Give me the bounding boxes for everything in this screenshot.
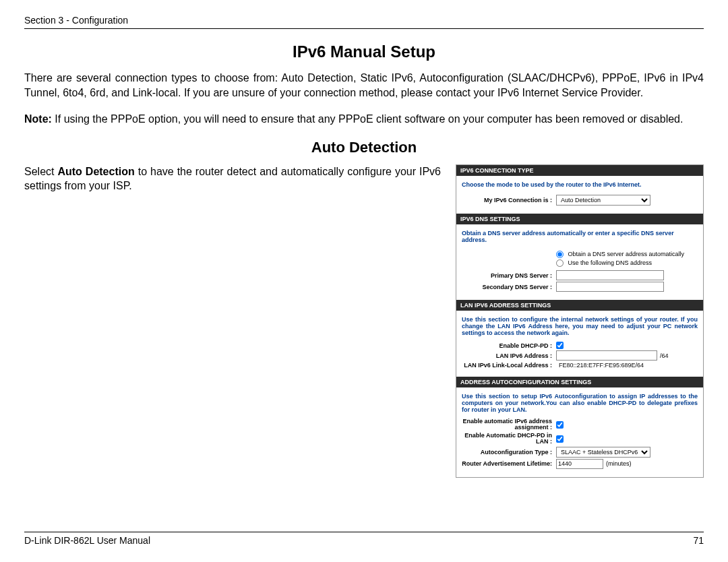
autoconf-desc: Use this section to setup IPv6 Autoconfi…	[462, 393, 698, 413]
note-paragraph: Note: If using the PPPoE option, you wil…	[24, 112, 704, 127]
lan-ipv6-addr-label: LAN IPv6 Address :	[462, 352, 556, 359]
page-footer: D-Link DIR-862L User Manual 71	[24, 532, 704, 546]
autoconf-header: ADDRESS AUTOCONFIGURATION SETTINGS	[456, 377, 703, 387]
enable-auto-ipv6-checkbox[interactable]	[556, 421, 564, 429]
router-adv-lifetime-input[interactable]	[556, 459, 603, 469]
auto-detection-heading: Auto Detection	[24, 139, 704, 156]
ipv6-connection-select[interactable]: Auto Detection	[556, 195, 650, 206]
secondary-dns-label: Secondary DNS Server :	[462, 284, 556, 290]
lan-linklocal-label: LAN IPv6 Link-Local Address :	[462, 362, 556, 369]
intro-paragraph: There are several connection types to ch…	[24, 71, 704, 100]
conn-type-desc: Choose the mode to be used by the router…	[462, 181, 698, 188]
lan-desc: Use this section to configure the intern…	[462, 316, 698, 336]
auto-desc-pre: Select	[24, 166, 57, 177]
enable-auto-dhcp-pd-label: Enable Automatic DHCP-PD in LAN :	[462, 433, 556, 445]
dns-radio-manual-label: Use the following DNS address	[568, 259, 653, 266]
footer-manual: D-Link DIR-862L User Manual	[24, 535, 150, 546]
dns-radio-manual[interactable]	[556, 259, 564, 267]
router-adv-lifetime-unit: (minutes)	[606, 460, 632, 467]
note-text: If using the PPPoE option, you will need…	[52, 113, 684, 125]
router-adv-lifetime-label: Router Advertisement Lifetime:	[462, 461, 556, 467]
dns-header: IPv6 DNS SETTINGS	[456, 214, 703, 224]
dns-radio-auto[interactable]	[556, 251, 564, 258]
lan-ipv6-suffix: /64	[660, 352, 669, 359]
dns-radio-auto-label: Obtain a DNS server address automaticall…	[568, 251, 685, 257]
autoconf-type-select[interactable]: SLAAC + Stateless DHCPv6	[556, 447, 650, 458]
enable-auto-dhcp-pd-checkbox[interactable]	[556, 435, 564, 443]
page-title: IPv6 Manual Setup	[24, 42, 704, 61]
lan-linklocal-value: FE80::218:E7FF:FE95:689E/64	[559, 362, 644, 369]
dns-desc: Obtain a DNS server address automaticall…	[462, 230, 698, 243]
section-header: Section 3 - Configuration	[24, 15, 704, 29]
autoconf-type-label: Autoconfiguration Type :	[462, 449, 556, 456]
note-label: Note:	[24, 113, 52, 125]
enable-dhcp-pd-label: Enable DHCP-PD :	[462, 342, 556, 349]
conn-type-header: IPv6 CONNECTION TYPE	[456, 165, 703, 176]
secondary-dns-input[interactable]	[556, 282, 664, 292]
enable-auto-ipv6-label: Enable automatic IPv6 address assignment…	[462, 418, 556, 431]
conn-type-label: My IPv6 Connection is :	[462, 197, 556, 204]
primary-dns-input[interactable]	[556, 270, 664, 280]
auto-desc-bold: Auto Detection	[57, 166, 134, 177]
enable-dhcp-pd-checkbox[interactable]	[556, 342, 564, 349]
lan-header: LAN IPv6 ADDRESS SETTINGS	[456, 300, 703, 311]
auto-detection-description: Select Auto Detection to have the router…	[24, 164, 441, 193]
footer-page: 71	[693, 535, 704, 546]
router-settings-panel: IPv6 CONNECTION TYPE Choose the mode to …	[456, 164, 704, 478]
primary-dns-label: Primary DNS Server :	[462, 272, 556, 279]
lan-ipv6-addr-input[interactable]	[556, 350, 657, 361]
